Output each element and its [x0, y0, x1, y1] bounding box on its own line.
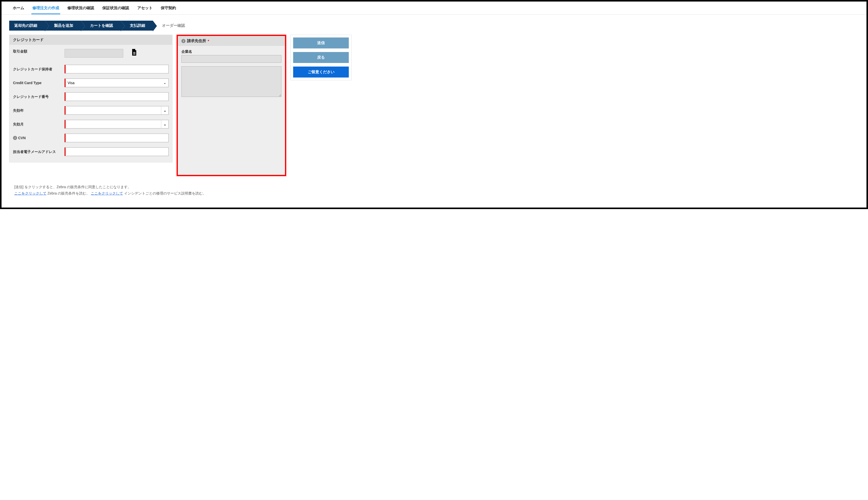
exp-month-dropdown-button[interactable]: ⌄	[161, 120, 169, 128]
nav-create-repair[interactable]: 修理注文の作成	[31, 3, 60, 14]
card-holder-input[interactable]	[65, 65, 169, 73]
footer-line2: ここをクリックして Zebra の販売条件を読む。 ここをクリックして インシデ…	[14, 190, 867, 196]
cvn-input[interactable]	[65, 134, 169, 142]
top-nav: ホーム 修理注文の作成 修理状況の確認 保証状況の確認 アセット 保守契約	[1, 1, 867, 14]
note-button[interactable]: ご留意ください	[293, 67, 349, 78]
document-icon[interactable]	[131, 49, 137, 57]
svg-rect-1	[133, 53, 135, 54]
amount-field	[65, 49, 123, 58]
card-type-label: Credit Card Type	[13, 81, 62, 85]
step-payment-detail[interactable]: 支払詳細	[121, 21, 153, 31]
email-label: 担当者電子メールアドレス	[13, 149, 62, 154]
nav-home[interactable]: ホーム	[12, 3, 25, 14]
required-indicator: *	[208, 39, 209, 43]
exp-year-input[interactable]	[65, 106, 161, 115]
exp-month-input[interactable]	[65, 120, 161, 128]
billing-address-header: i 請求先住所 *	[178, 36, 285, 46]
footer-line1: [送信] をクリックすると、Zebra の販売条件に同意したことになります。	[14, 184, 867, 190]
exp-month-label: 失効月	[13, 122, 62, 126]
footer-mid-text: Zebra の販売条件を読む。	[46, 191, 91, 195]
nav-warranty-status[interactable]: 保証状況の確認	[101, 3, 130, 14]
step-order-confirm: オーダー確認	[153, 21, 193, 31]
card-number-label: クレジットカード番号	[13, 94, 62, 99]
cvn-label: i CVN	[13, 136, 62, 140]
nav-contract[interactable]: 保守契約	[160, 3, 177, 14]
company-name-label: 企業名	[181, 49, 281, 54]
cvn-label-text: CVN	[18, 136, 26, 140]
card-holder-label: クレジットカード保持者	[13, 67, 62, 71]
action-sidebar: 送信 戻る ご留意ください	[290, 35, 352, 80]
back-button[interactable]: 戻る	[293, 52, 349, 63]
company-name-input[interactable]	[181, 55, 281, 63]
exp-year-dropdown-button[interactable]: ⌄	[161, 106, 169, 115]
billing-address-panel: i 請求先住所 * 企業名	[177, 35, 286, 176]
billing-header-text: 請求先住所	[187, 38, 206, 43]
nav-asset[interactable]: アセット	[136, 3, 154, 14]
svg-rect-2	[133, 54, 135, 55]
step-add-product[interactable]: 製品を追加	[45, 21, 81, 31]
footer-text: [送信] をクリックすると、Zebra の販売条件に同意したことになります。 こ…	[14, 184, 867, 196]
credit-card-panel: クレジットカード 取引金額 クレジットカード保持者 Credit Card Ty…	[9, 35, 173, 162]
svg-rect-0	[133, 52, 135, 53]
exp-year-label: 失効年	[13, 108, 62, 113]
step-breadcrumb: 返却先の詳細 製品を追加 カートを確認 支払詳細 オーダー確認	[9, 21, 867, 31]
service-desc-link[interactable]: ここをクリックして	[91, 191, 123, 195]
credit-card-header: クレジットカード	[9, 35, 172, 45]
nav-repair-status[interactable]: 修理状況の確認	[66, 3, 95, 14]
amount-label: 取引金額	[13, 49, 62, 54]
step-return-detail[interactable]: 返却先の詳細	[9, 21, 45, 31]
billing-address-textarea[interactable]	[181, 66, 281, 97]
info-icon[interactable]: i	[13, 136, 17, 140]
card-number-input[interactable]	[65, 92, 169, 101]
info-icon[interactable]: i	[181, 39, 186, 43]
email-input[interactable]	[65, 147, 169, 156]
step-check-cart[interactable]: カートを確認	[81, 21, 121, 31]
footer-suffix-text: インシデントごとの修理のサービス説明書を読む。	[123, 191, 206, 195]
card-type-select[interactable]: Visa	[65, 79, 169, 87]
submit-button[interactable]: 送信	[293, 37, 349, 48]
terms-link[interactable]: ここをクリックして	[14, 191, 46, 195]
